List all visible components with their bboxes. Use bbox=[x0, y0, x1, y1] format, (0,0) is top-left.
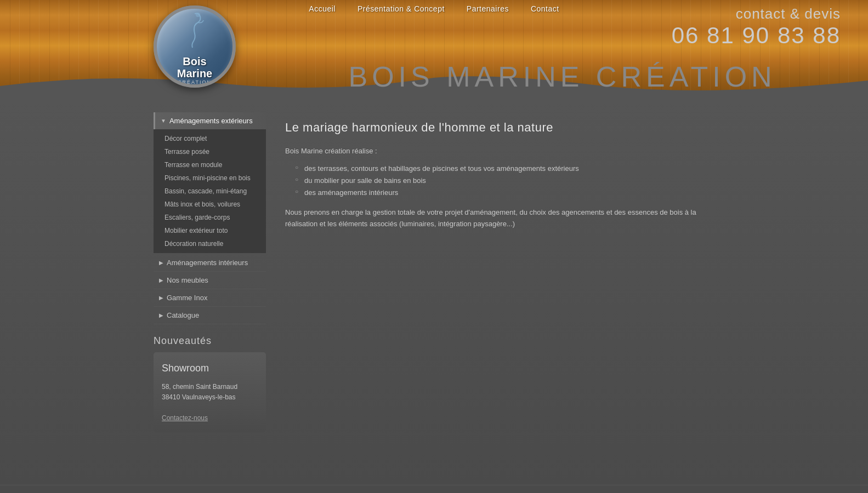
submenu-escaliers[interactable]: Escaliers, garde-corps bbox=[162, 211, 266, 224]
header: Accueil Présentation & Concept Partenair… bbox=[0, 0, 868, 101]
logo-brand: Bois Marine bbox=[177, 55, 212, 79]
main-area: ▼ Aménagements extérieurs Décor complet … bbox=[0, 101, 868, 485]
submenu-terrasse-posee[interactable]: Terrasse posée bbox=[162, 145, 266, 158]
main-content: Le mariage harmonieux de l'homme et la n… bbox=[274, 112, 714, 474]
footer: ©2012 - Mentions légales 📋 bbox=[0, 485, 868, 493]
contact-label: contact & devis bbox=[672, 5, 841, 22]
menu-item-exterieurs: ▼ Aménagements extérieurs Décor complet … bbox=[154, 112, 266, 253]
nav-presentation[interactable]: Présentation & Concept bbox=[358, 4, 445, 13]
nav-contact[interactable]: Contact bbox=[531, 4, 559, 13]
nav-accueil[interactable]: Accueil bbox=[309, 4, 336, 13]
submenu-decor-complet[interactable]: Décor complet bbox=[162, 132, 266, 145]
submenu-piscines[interactable]: Piscines, mini-piscine en bois bbox=[162, 171, 266, 185]
logo-inner: Bois Marine CRÉATION bbox=[177, 8, 212, 85]
content-heading: Le mariage harmonieux de l'homme et la n… bbox=[285, 121, 704, 135]
content-list-item-3: des aménagements intérieurs bbox=[296, 187, 704, 199]
logo-sub: CRÉATION bbox=[177, 79, 212, 85]
site-title: BOIS MARINE CRÉATION bbox=[348, 60, 776, 93]
chevron-right-icon-3: ▶ bbox=[159, 295, 163, 301]
showroom-title: Showroom bbox=[162, 360, 258, 376]
submenu-mats[interactable]: Mâts inox et bois, voilures bbox=[162, 198, 266, 211]
content-list-item-2: du mobilier pour salle de bains en bois bbox=[296, 175, 704, 187]
content-intro: Bois Marine création réalise : bbox=[285, 146, 704, 157]
content-list-item-1: des terrasses, contours et habillages de… bbox=[296, 163, 704, 175]
submenu-exterieurs: Décor complet Terrasse posée Terrasse en… bbox=[154, 129, 266, 253]
showroom-address1: 58, chemin Saint Barnaud bbox=[162, 382, 258, 392]
submenu-decoration[interactable]: Décoration naturelle bbox=[162, 237, 266, 250]
submenu-mobilier[interactable]: Mobilier extérieur toto bbox=[162, 224, 266, 237]
content-list: des terrasses, contours et habillages de… bbox=[296, 163, 704, 199]
menu-catalogue[interactable]: ▶ Catalogue bbox=[154, 307, 266, 324]
nouveautes-title: Nouveautés bbox=[154, 335, 266, 347]
phone-number: 06 81 90 83 88 bbox=[672, 22, 841, 49]
logo[interactable]: Bois Marine CRÉATION bbox=[154, 5, 236, 88]
sidebar: ▼ Aménagements extérieurs Décor complet … bbox=[154, 112, 274, 474]
chevron-right-icon-2: ▶ bbox=[159, 277, 163, 283]
svg-point-0 bbox=[196, 13, 200, 17]
menu-inox[interactable]: ▶ Gamme Inox bbox=[154, 289, 266, 307]
submenu-terrasse-module[interactable]: Terrasse en module bbox=[162, 158, 266, 171]
chevron-right-icon: ▶ bbox=[159, 260, 163, 266]
showroom-address2: 38410 Vaulnaveys-le-bas bbox=[162, 392, 258, 403]
contact-top: contact & devis 06 81 90 83 88 bbox=[672, 5, 841, 49]
menu-interieurs[interactable]: ▶ Aménagements intérieurs bbox=[154, 254, 266, 272]
chevron-right-icon-4: ▶ bbox=[159, 312, 163, 318]
menu-meubles[interactable]: ▶ Nos meubles bbox=[154, 272, 266, 289]
menu-exterieurs-header[interactable]: ▼ Aménagements extérieurs bbox=[154, 112, 266, 129]
nav-partenaires[interactable]: Partenaires bbox=[467, 4, 509, 13]
chevron-down-icon: ▼ bbox=[161, 118, 166, 124]
submenu-bassin[interactable]: Bassin, cascade, mini-étang bbox=[162, 185, 266, 198]
content-paragraph: Nous prenons en charge la gestion totale… bbox=[285, 207, 704, 230]
showroom-box: Showroom 58, chemin Saint Barnaud 38410 … bbox=[154, 352, 266, 432]
showroom-contact-link[interactable]: Contactez-nous bbox=[162, 414, 208, 422]
